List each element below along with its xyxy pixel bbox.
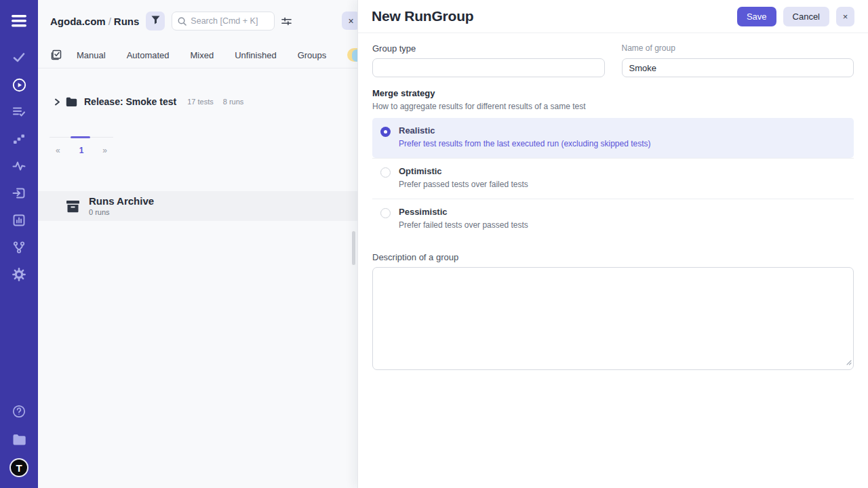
filter-tabs: Manual Automated Mixed Unfinished Groups…: [38, 42, 357, 68]
breadcrumb-project[interactable]: Agoda.com: [50, 16, 106, 27]
pulse-icon: [12, 159, 26, 176]
sidebar-item-tests[interactable]: [5, 47, 33, 70]
top-fields-row: Group type Name of group: [372, 43, 854, 77]
new-rungroup-panel: New RunGroup Save Cancel × Group type Na…: [357, 0, 868, 488]
archive-count: 0 runs: [89, 208, 154, 216]
search-box[interactable]: [172, 12, 275, 30]
rungroup-title[interactable]: Release: Smoke test: [84, 96, 176, 107]
page-title: New RunGroup: [372, 8, 473, 24]
pagination-prev[interactable]: «: [56, 146, 60, 155]
strategy-label: Pessimistic: [399, 207, 528, 217]
sidebar-item-milestones[interactable]: [5, 129, 33, 152]
form-actions: Save Cancel ×: [737, 7, 854, 26]
description-textarea[interactable]: [372, 267, 854, 370]
sidebar-item-plans[interactable]: [5, 102, 33, 125]
tab-manual[interactable]: Manual: [77, 50, 106, 60]
app-window: T Agoda.com/Runs × Manual Automated Mixe…: [0, 0, 868, 488]
bar-chart-icon: [12, 214, 26, 230]
strategy-text: Realistic Prefer test results from the l…: [399, 125, 651, 148]
projects-button[interactable]: [5, 430, 33, 453]
hamburger-menu-icon[interactable]: [5, 9, 33, 33]
main-sidebar: T: [0, 0, 38, 488]
merge-strategy-title: Merge strategy: [372, 88, 854, 98]
folder-icon: [12, 434, 26, 449]
tab-groups[interactable]: Groups: [298, 50, 327, 60]
sidebar-item-import[interactable]: [5, 183, 33, 206]
tab-unfinished[interactable]: Unfinished: [235, 50, 276, 60]
rungroup-tree-item[interactable]: Release: Smoke test 17 tests 8 runs: [54, 96, 357, 107]
branch-icon: [12, 241, 26, 257]
group-name-field: Name of group: [622, 43, 854, 77]
tab-mixed[interactable]: Mixed: [191, 50, 214, 60]
view-settings-icon[interactable]: [281, 16, 292, 26]
rungroup-tests-count: 17 tests: [187, 98, 214, 106]
archive-title: Runs Archive: [89, 196, 154, 207]
import-icon: [12, 186, 26, 203]
sidebar-nav: [5, 47, 33, 287]
close-button[interactable]: ×: [836, 7, 854, 26]
steps-icon: [12, 132, 26, 148]
strategy-text: Pessimistic Prefer failed tests over pas…: [399, 207, 528, 230]
sidebar-item-runs[interactable]: [5, 75, 33, 98]
strategy-text: Optimistic Prefer passed tests over fail…: [399, 166, 528, 189]
group-type-field: Group type: [372, 43, 605, 77]
radio-icon[interactable]: [380, 208, 391, 218]
runs-list-panel: Agoda.com/Runs × Manual Automated Mixed …: [38, 0, 357, 488]
strategy-description: Prefer failed tests over passed tests: [399, 220, 528, 230]
select-all-icon[interactable]: [51, 49, 62, 60]
help-icon: [12, 405, 26, 421]
pagination-next[interactable]: »: [102, 146, 107, 155]
strategy-option-realistic[interactable]: Realistic Prefer test results from the l…: [372, 118, 854, 158]
gear-icon: [12, 268, 26, 284]
rungroup-runs-count: 8 runs: [223, 98, 244, 106]
filter-button[interactable]: [146, 12, 165, 30]
sidebar-item-analytics[interactable]: [5, 156, 33, 179]
pagination: « 1 »: [50, 137, 113, 155]
strategy-option-optimistic[interactable]: Optimistic Prefer passed tests over fail…: [372, 158, 854, 199]
priority-badge-partial[interactable]: [352, 49, 357, 62]
breadcrumb-separator: /: [106, 16, 114, 27]
cancel-button[interactable]: Cancel: [783, 7, 829, 26]
form-body: Group type Name of group Merge strategy …: [358, 33, 868, 370]
radio-icon[interactable]: [380, 167, 391, 178]
strategy-description: Prefer passed tests over failed tests: [399, 180, 528, 189]
group-name-input[interactable]: [622, 58, 854, 77]
search-icon: [178, 17, 186, 26]
save-button[interactable]: Save: [737, 7, 776, 26]
list-check-icon: [12, 105, 26, 121]
description-field: [372, 267, 854, 370]
runs-header: Agoda.com/Runs ×: [38, 0, 357, 42]
description-label: Description of a group: [372, 252, 854, 262]
sidebar-item-branches[interactable]: [5, 237, 33, 260]
user-avatar[interactable]: T: [9, 458, 28, 477]
active-page-indicator: [71, 136, 90, 138]
breadcrumb-page: Runs: [114, 16, 140, 27]
group-type-label: Group type: [372, 43, 605, 54]
archive-text: Runs Archive 0 runs: [89, 196, 154, 217]
strategy-description: Prefer test results from the last execut…: [399, 139, 651, 148]
radio-selected-icon[interactable]: [380, 127, 391, 137]
panel-close-button[interactable]: ×: [342, 12, 357, 30]
help-button[interactable]: [5, 401, 33, 424]
scrollbar-thumb[interactable]: [352, 231, 355, 265]
sidebar-bottom: T: [5, 401, 33, 477]
folder-icon: [66, 97, 77, 107]
search-input[interactable]: [191, 16, 269, 26]
tab-automated[interactable]: Automated: [127, 50, 170, 60]
form-header: New RunGroup Save Cancel ×: [358, 0, 868, 33]
funnel-icon: [151, 16, 160, 26]
strategy-label: Optimistic: [399, 166, 528, 176]
strategy-option-pessimistic[interactable]: Pessimistic Prefer failed tests over pas…: [372, 199, 854, 239]
chevron-right-icon[interactable]: [54, 98, 60, 106]
play-circle-icon: [12, 78, 26, 95]
merge-strategy-options: Realistic Prefer test results from the l…: [372, 118, 854, 239]
strategy-label: Realistic: [399, 125, 651, 136]
pagination-page-1[interactable]: 1: [79, 146, 84, 155]
archive-icon: [66, 200, 80, 213]
breadcrumb: Agoda.com/Runs: [50, 16, 139, 27]
sidebar-item-settings[interactable]: [5, 264, 33, 287]
group-type-input[interactable]: [372, 58, 605, 77]
sidebar-item-reports[interactable]: [5, 210, 33, 233]
check-icon: [12, 51, 26, 67]
runs-archive-item[interactable]: Runs Archive 0 runs: [38, 191, 357, 221]
